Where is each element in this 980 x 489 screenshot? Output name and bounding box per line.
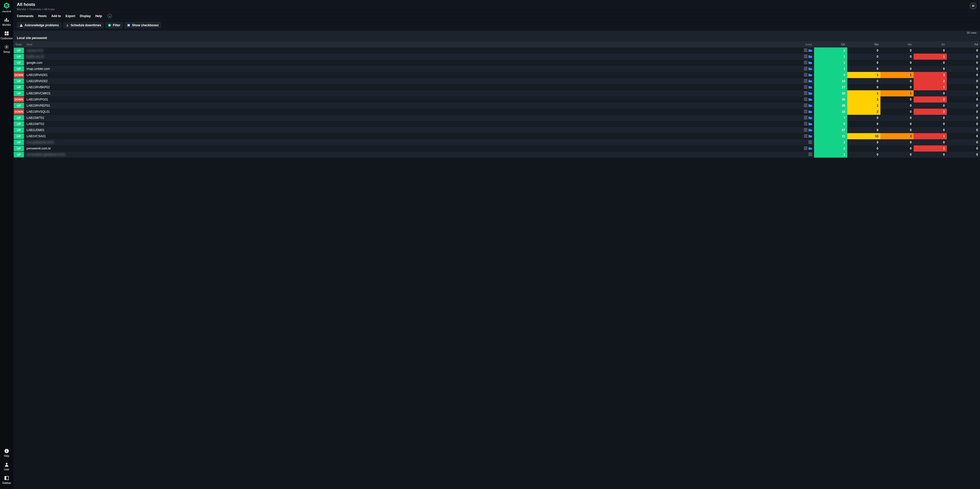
folder-icon[interactable] xyxy=(808,86,812,89)
refresh-badge[interactable]: 30 xyxy=(970,3,977,9)
host-link[interactable]: LAB1UDM01 xyxy=(27,128,45,132)
menu-help[interactable]: Help xyxy=(95,14,102,18)
cr-count[interactable]: 0 xyxy=(914,48,947,54)
wa-count[interactable]: 10 xyxy=(847,133,880,139)
cr-count[interactable]: 0 xyxy=(914,60,947,66)
burger-menu-icon[interactable] xyxy=(804,55,807,59)
burger-menu-icon[interactable] xyxy=(804,104,807,108)
menu-display[interactable]: Display xyxy=(80,14,91,18)
state-badge[interactable]: UP xyxy=(14,152,24,157)
col-state[interactable]: State xyxy=(13,41,24,48)
burger-menu-icon[interactable] xyxy=(808,141,812,144)
un-count[interactable]: 0 xyxy=(880,78,914,84)
folder-icon[interactable] xyxy=(808,73,812,77)
burger-menu-icon[interactable] xyxy=(804,61,807,65)
host-link[interactable]: penseemti.com.br xyxy=(27,147,51,150)
state-badge[interactable]: UP xyxy=(14,66,24,72)
burger-menu-icon[interactable] xyxy=(804,86,807,89)
ok-count[interactable]: 18 xyxy=(814,109,847,115)
un-count[interactable]: 0 xyxy=(880,60,914,66)
col-un[interactable]: Un xyxy=(880,41,914,48)
pd-count[interactable]: 0 xyxy=(947,115,980,121)
col-host[interactable]: Host xyxy=(24,41,802,48)
sidebar-item-customize[interactable]: Customize xyxy=(0,31,13,40)
menu-export[interactable]: Export xyxy=(65,14,75,18)
cr-count[interactable]: 1 xyxy=(914,145,947,151)
col-icons[interactable]: Icons xyxy=(802,41,814,48)
state-badge[interactable]: UP xyxy=(14,103,24,108)
wa-count[interactable]: 0 xyxy=(847,78,880,84)
col-wa[interactable]: Wa xyxy=(847,41,880,48)
un-count[interactable]: 0 xyxy=(880,48,914,54)
wa-count[interactable]: 1 xyxy=(847,97,880,103)
burger-menu-icon[interactable] xyxy=(804,128,807,132)
menu-hosts[interactable]: Hosts xyxy=(38,14,46,18)
pd-count[interactable]: 0 xyxy=(947,127,980,133)
folder-icon[interactable] xyxy=(808,135,812,138)
burger-menu-icon[interactable] xyxy=(804,110,807,114)
wa-count[interactable]: 0 xyxy=(847,139,880,145)
wa-count[interactable]: 1 xyxy=(847,90,880,97)
burger-menu-icon[interactable] xyxy=(804,135,807,138)
state-badge[interactable]: DOWN xyxy=(14,109,24,114)
host-link[interactable]: LAB1SRVPG01 xyxy=(27,98,48,101)
ok-count[interactable]: 2 xyxy=(814,48,847,54)
folder-icon[interactable] xyxy=(808,61,812,65)
burger-menu-icon[interactable] xyxy=(804,116,807,120)
state-badge[interactable]: UP xyxy=(14,84,24,90)
sidebar-item-user[interactable]: User xyxy=(4,462,9,471)
pd-count[interactable]: 0 xyxy=(947,54,980,60)
host-link[interactable]: LAB1SRVCMK01 xyxy=(27,92,51,95)
host-link[interactable]: LAB1VCSA01 xyxy=(27,135,46,138)
pd-count[interactable]: 0 xyxy=(947,84,980,90)
folder-icon[interactable] xyxy=(808,49,812,52)
wa-count[interactable]: 0 xyxy=(847,84,880,90)
cr-count[interactable]: 0 xyxy=(914,151,947,158)
cr-count[interactable]: 0 xyxy=(914,66,947,72)
folder-icon[interactable] xyxy=(808,92,812,95)
ok-count[interactable]: 1 xyxy=(814,66,847,72)
folder-icon[interactable] xyxy=(808,122,812,126)
state-badge[interactable]: UP xyxy=(14,140,24,145)
pd-count[interactable]: 0 xyxy=(947,151,980,158)
menu-commands[interactable]: Commands xyxy=(17,14,33,18)
burger-menu-icon[interactable] xyxy=(804,73,807,77)
sidebar-item-monitor[interactable]: Monitor xyxy=(2,17,11,26)
host-link[interactable]: LAB1SRVBKP02 xyxy=(27,86,50,89)
burger-menu-icon[interactable] xyxy=(804,79,807,83)
burger-menu-icon[interactable] xyxy=(804,49,807,52)
cr-count[interactable]: 3 xyxy=(914,72,947,78)
host-link[interactable]: bw48.com.br xyxy=(27,55,44,59)
host-link[interactable]: imap.umbler.com xyxy=(27,67,50,71)
host-link[interactable]: LAB1SWT01 xyxy=(27,116,44,120)
pd-count[interactable]: 0 xyxy=(947,121,980,127)
un-count[interactable]: 0 xyxy=(880,109,914,115)
show-checkboxes-button[interactable]: Show checkboxes xyxy=(124,22,161,29)
folder-icon[interactable] xyxy=(808,128,812,132)
ok-count[interactable]: 9 xyxy=(814,72,847,78)
cr-count[interactable]: 0 xyxy=(914,103,947,109)
wa-count[interactable]: 2 xyxy=(847,109,880,115)
un-count[interactable]: 0 xyxy=(880,127,914,133)
state-badge[interactable]: UP xyxy=(14,133,24,139)
un-count[interactable]: 0 xyxy=(880,145,914,151)
pd-count[interactable]: 0 xyxy=(947,66,980,72)
ok-count[interactable]: 5 xyxy=(814,121,847,127)
state-badge[interactable]: DOWN xyxy=(14,97,24,102)
wa-count[interactable]: 0 xyxy=(847,121,880,127)
cr-count[interactable]: 0 xyxy=(914,121,947,127)
wa-count[interactable]: 0 xyxy=(847,151,880,158)
ok-count[interactable]: 2 xyxy=(814,139,847,145)
ok-count[interactable]: 1 xyxy=(814,60,847,66)
state-badge[interactable]: UP xyxy=(14,146,24,151)
cr-count[interactable]: 0 xyxy=(914,90,947,97)
sidebar-item-help[interactable]: Help xyxy=(4,448,10,457)
burger-menu-icon[interactable] xyxy=(804,67,807,71)
col-ok[interactable]: OK xyxy=(814,41,847,48)
un-count[interactable]: 0 xyxy=(880,66,914,72)
un-count[interactable]: 0 xyxy=(880,54,914,60)
un-count[interactable]: 0 xyxy=(880,121,914,127)
host-link[interactable]: sacorp.inf.br xyxy=(27,49,43,52)
menu-add-to[interactable]: Add to xyxy=(51,14,61,18)
state-badge[interactable]: UP xyxy=(14,60,24,65)
